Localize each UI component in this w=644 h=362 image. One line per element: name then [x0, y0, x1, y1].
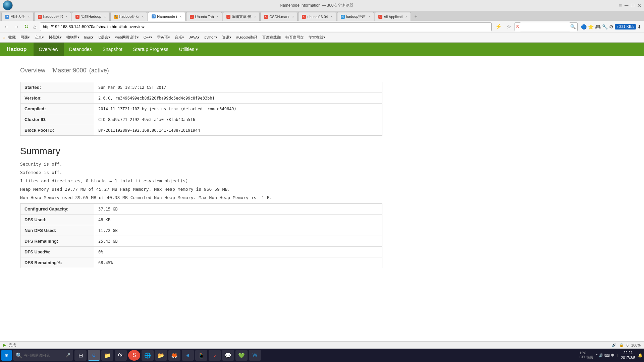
bookmark-music[interactable]: 音乐▾ — [173, 34, 186, 41]
search-engine-icon: S — [516, 24, 519, 29]
lightning-btn[interactable]: ⚡ — [494, 23, 503, 31]
maximize-btn[interactable]: □ — [631, 2, 634, 9]
table-key: Block Pool ID: — [20, 125, 94, 136]
table-value: 48 KB — [94, 215, 382, 225]
bookmark-android[interactable]: 安卓▾ — [33, 34, 46, 41]
bookmark-iot[interactable]: 物联网▾ — [65, 34, 81, 41]
tab-namenode[interactable]: N Namenode i × — [148, 12, 185, 21]
bookmark-python[interactable]: python▾ — [203, 35, 219, 40]
tab-close[interactable]: × — [66, 15, 68, 18]
tab-csdn[interactable]: C CSDN-mark × — [260, 12, 298, 21]
table-value: 2014-11-13T21:10Z by jenkins from (detac… — [94, 104, 382, 114]
browser-logo — [3, 0, 13, 10]
url-bar[interactable] — [40, 22, 492, 31]
tab-hadoop-setup[interactable]: 知 hadoop搭建 × — [337, 12, 374, 21]
bookmark-news[interactable]: 资讯▾ — [220, 34, 233, 41]
table-key: DFS Used%: — [20, 247, 94, 257]
window-title: Namenode information — 360安全浏览器 — [17, 3, 617, 8]
nav-overview[interactable]: Overview — [34, 43, 64, 56]
table-value: Sun Mar 05 18:37:12 CST 2017 — [94, 82, 382, 93]
table-key: DFS Remaining: — [20, 236, 94, 247]
bookmark-shoucang[interactable]: 收藏 — [7, 34, 17, 41]
table-row: DFS Remaining%: 68.45% — [20, 257, 382, 268]
tab-close[interactable]: × — [104, 15, 106, 18]
tab-close[interactable]: × — [180, 15, 182, 18]
tab-close[interactable]: × — [405, 15, 407, 18]
tab-hadoop-start[interactable]: S hadoop开启 × — [34, 12, 71, 21]
search-btn[interactable]: 🔍 — [570, 24, 576, 29]
tab-close[interactable]: × — [368, 15, 370, 18]
table-value: 25.43 GB — [94, 236, 382, 247]
home-icon[interactable]: ⌂ — [3, 35, 5, 40]
table-row: Compiled: 2014-11-13T21:10Z by jenkins f… — [20, 104, 382, 114]
tab-close[interactable]: × — [331, 15, 333, 18]
table-key: Cluster ID: — [20, 114, 94, 125]
table-row: DFS Used: 48 KB — [20, 215, 382, 225]
bookmark-web[interactable]: web网页设计▾ — [113, 34, 140, 41]
table-row: DFS Used%: 0% — [20, 247, 382, 257]
tab-label: 网址大全 — [10, 14, 25, 19]
tab-close[interactable]: × — [217, 15, 219, 18]
360-icon[interactable]: 🔵 — [581, 24, 587, 29]
tab-ubuntu[interactable]: C Ubuntu Tab × — [186, 12, 222, 21]
tab-ubuntu16[interactable]: C ubuntu16.04 × — [298, 12, 336, 21]
nav-datanodes[interactable]: Datanodes — [64, 43, 97, 56]
tab-close[interactable]: × — [254, 15, 256, 18]
tool2-icon[interactable]: ⚙ — [609, 24, 613, 29]
star-btn[interactable]: ☆ — [505, 23, 513, 31]
home-btn[interactable]: ⌂ — [32, 23, 38, 31]
tab-label: Ubuntu Tab — [195, 15, 214, 19]
table-row: Started: Sun Mar 05 18:37:12 CST 2017 — [20, 82, 382, 93]
tab-favicon: 🐾 — [114, 15, 118, 19]
nav-snapshot[interactable]: Snapshot — [97, 43, 128, 56]
table-value: 37.15 GB — [94, 204, 382, 215]
table-row: Non DFS Used: 11.72 GB — [20, 225, 382, 236]
tab-close[interactable]: × — [292, 15, 294, 18]
table-key: Version: — [20, 93, 94, 104]
bookmark-baidupan[interactable]: 特百度网盘 — [284, 34, 306, 41]
summary-line-2: 1 files and directories, 0 blocks = 1 to… — [20, 178, 382, 183]
tab-close[interactable]: × — [28, 15, 30, 18]
bookmark-cpp[interactable]: C++▾ — [142, 35, 154, 40]
minimize-btn[interactable]: ─ — [625, 2, 628, 9]
bookmark-wangke[interactable]: 网课▾ — [19, 34, 32, 41]
summary-title: Summary — [20, 146, 382, 157]
summary-line-0: Security is off. — [20, 162, 382, 167]
bookmark-linux[interactable]: linux▾ — [83, 35, 96, 40]
tab-shizhan[interactable]: S 实战Hadoop × — [72, 12, 109, 21]
window-buttons[interactable]: ≡ ─ □ ✕ — [619, 2, 641, 9]
bookmark-raspberry[interactable]: 树莓派▾ — [47, 34, 63, 41]
refresh-btn[interactable]: ↻ — [23, 23, 30, 31]
tab-label: hadoop搭建 — [346, 14, 366, 19]
nav-utilities[interactable]: Utilities ▾ — [174, 43, 203, 56]
table-key: Compiled: — [20, 104, 94, 114]
bookmark-java[interactable]: JAVA▾ — [187, 35, 201, 40]
menu-icon: ≡ — [619, 2, 622, 9]
tab-all-app[interactable]: C All Applicati × — [375, 12, 411, 21]
tab-edit[interactable]: C 编辑文章·搏 × — [223, 12, 260, 21]
bookmark-baidu[interactable]: 百度在线翻 — [261, 34, 282, 41]
game-icon[interactable]: 🎮 — [595, 24, 601, 29]
search-input[interactable] — [520, 22, 570, 31]
browser-tools: 🔵 ⭐ 🎮 🔧 ⚙ ↑ 221 KB/s ⬇ — [581, 24, 641, 29]
table-key: Started: — [20, 82, 94, 93]
back-btn[interactable]: ← — [3, 23, 11, 31]
forward-btn[interactable]: → — [13, 23, 21, 31]
star2-icon[interactable]: ⭐ — [588, 24, 594, 29]
speed-badge: ↑ 221 KB/s — [615, 24, 636, 29]
bookmark-google[interactable]: #Google翻译 — [234, 34, 259, 41]
tab-favicon: C — [302, 15, 306, 19]
close-btn[interactable]: ✕ — [637, 2, 641, 9]
tool-icon[interactable]: 🔧 — [602, 24, 608, 29]
tab-label: CSDN-mark — [269, 15, 289, 19]
page-title-subtitle: 'Master:9000' (active) — [52, 67, 109, 74]
nav-startup-progress[interactable]: Startup Progress — [128, 43, 174, 56]
bookmark-c[interactable]: C语言▾ — [97, 34, 112, 41]
bookmark-xuetang[interactable]: 学堂在线▾ — [307, 34, 327, 41]
tab-hadoop-qidong[interactable]: 🐾 hadoop启动 × — [110, 12, 148, 21]
tab-close[interactable]: × — [142, 15, 144, 18]
tab-wangzhi[interactable]: ★ 网址大全 × — [1, 12, 34, 21]
bookmark-english[interactable]: 学英语▾ — [155, 34, 172, 41]
download-icon[interactable]: ⬇ — [637, 24, 641, 29]
new-tab-btn[interactable]: + — [412, 12, 420, 21]
